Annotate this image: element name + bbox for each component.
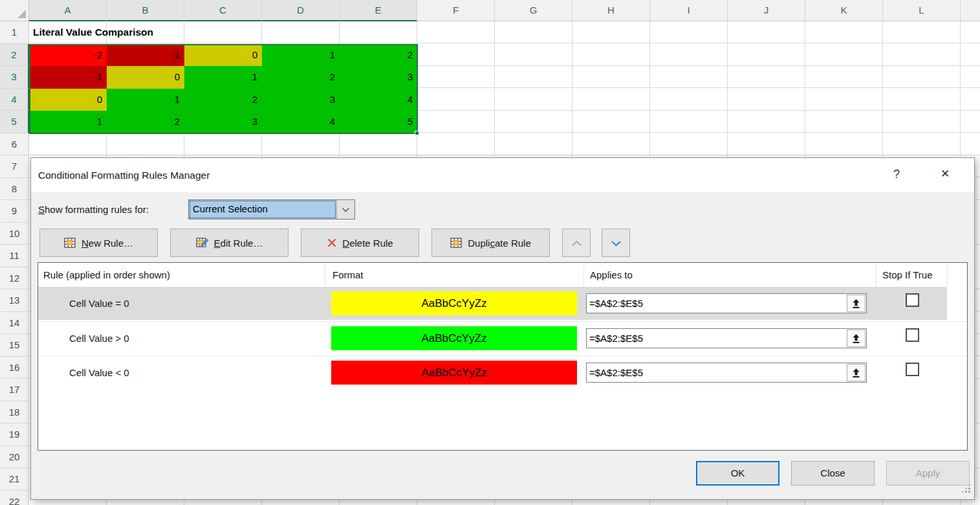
dialog-titlebar[interactable]: Conditional Formatting Rules Manager ? ✕ bbox=[31, 158, 974, 192]
show-rules-selected-value[interactable]: Current Selection bbox=[189, 200, 336, 219]
cell-D5[interactable]: 4 bbox=[262, 111, 340, 133]
stop-if-true-checkbox[interactable] bbox=[906, 293, 919, 307]
row-header-3[interactable]: 3 bbox=[0, 66, 29, 89]
chevron-up-icon bbox=[571, 238, 582, 249]
row-header-2[interactable]: 2 bbox=[0, 44, 29, 67]
edit-rule-label: Edit Rule… bbox=[214, 238, 263, 249]
header-applies-to: Applies to bbox=[590, 263, 633, 287]
row-header-10[interactable]: 10 bbox=[0, 223, 29, 245]
cell-A4[interactable]: 0 bbox=[29, 89, 107, 111]
cell-E4[interactable]: 4 bbox=[340, 89, 417, 111]
column-header-H[interactable]: H bbox=[572, 0, 650, 21]
applies-to-value: =$A$2:$E$5 bbox=[589, 294, 643, 313]
cell-A5[interactable]: 1 bbox=[29, 111, 107, 133]
cell-D2[interactable]: 1 bbox=[262, 44, 340, 67]
delete-rule-button[interactable]: Delete Rule bbox=[301, 229, 419, 257]
resize-grip[interactable] bbox=[962, 484, 971, 496]
column-header-K[interactable]: K bbox=[805, 0, 883, 21]
column-header-L[interactable]: L bbox=[883, 0, 961, 21]
collapse-dialog-button[interactable] bbox=[847, 295, 866, 312]
applies-to-value: =$A$2:$E$5 bbox=[589, 363, 643, 382]
cell-A2[interactable]: -2 bbox=[29, 44, 107, 67]
cell-E2[interactable]: 2 bbox=[340, 44, 417, 67]
cell-D4[interactable]: 3 bbox=[262, 89, 340, 111]
column-header-D[interactable]: D bbox=[262, 0, 340, 21]
move-rule-up-button[interactable] bbox=[562, 229, 591, 257]
cell-C4[interactable]: 2 bbox=[184, 89, 262, 111]
edit-rule-button[interactable]: Edit Rule… bbox=[170, 229, 289, 257]
applies-to-field[interactable]: =$A$2:$E$5 bbox=[586, 293, 867, 313]
stop-if-true-checkbox[interactable] bbox=[906, 328, 919, 342]
column-header-C[interactable]: C bbox=[184, 0, 262, 21]
cell-C2[interactable]: 0 bbox=[184, 44, 262, 67]
cell-B3[interactable]: 0 bbox=[107, 66, 184, 89]
stop-if-true-checkbox[interactable] bbox=[906, 363, 919, 376]
row-header-20[interactable]: 20 bbox=[0, 446, 29, 469]
cell-A1-title[interactable]: Literal Value Comparison bbox=[29, 21, 340, 44]
applies-to-field[interactable]: =$A$2:$E$5 bbox=[586, 363, 867, 383]
row-header-19[interactable]: 19 bbox=[0, 423, 29, 446]
edit-rule-pencil-icon bbox=[196, 237, 209, 249]
cell-B4[interactable]: 1 bbox=[107, 89, 184, 111]
column-header-F[interactable]: F bbox=[417, 0, 495, 21]
show-rules-label: Show formatting rules for: bbox=[38, 204, 149, 215]
row-header-6[interactable]: 6 bbox=[0, 133, 29, 156]
column-header-J[interactable]: J bbox=[728, 0, 805, 21]
row-header-15[interactable]: 15 bbox=[0, 334, 29, 357]
row-header-8[interactable]: 8 bbox=[0, 178, 29, 201]
help-button[interactable]: ? bbox=[887, 158, 906, 190]
new-rule-table-icon bbox=[64, 237, 76, 249]
cell-C3[interactable]: 1 bbox=[184, 66, 262, 89]
row-header-22[interactable]: 22 bbox=[0, 491, 29, 505]
delete-rule-label: Delete Rule bbox=[342, 238, 393, 249]
row-header-5[interactable]: 5 bbox=[0, 111, 29, 133]
ok-button[interactable]: OK bbox=[696, 461, 779, 486]
column-header-G[interactable]: G bbox=[495, 0, 572, 21]
new-rule-button[interactable]: New Rule… bbox=[39, 229, 158, 257]
row-header-18[interactable]: 18 bbox=[0, 401, 29, 424]
row-header-13[interactable]: 13 bbox=[0, 289, 29, 312]
row-header-21[interactable]: 21 bbox=[0, 468, 29, 491]
column-header-E[interactable]: E bbox=[340, 0, 417, 21]
cell-B2[interactable]: -1 bbox=[107, 44, 184, 67]
collapse-dialog-button[interactable] bbox=[847, 364, 866, 381]
column-headers: A B C D E F G H I J K L bbox=[29, 0, 980, 21]
row-header-11[interactable]: 11 bbox=[0, 245, 29, 267]
cell-E3[interactable]: 3 bbox=[340, 66, 417, 89]
row-header-7[interactable]: 7 bbox=[0, 155, 29, 178]
header-format: Format bbox=[332, 263, 364, 287]
cell-A3[interactable]: -1 bbox=[29, 66, 107, 89]
row-header-12[interactable]: 12 bbox=[0, 267, 29, 290]
apply-button[interactable]: Apply bbox=[886, 461, 970, 486]
cell-E5[interactable]: 5 bbox=[340, 111, 417, 133]
column-header-A[interactable]: A bbox=[29, 0, 107, 21]
collapse-dialog-button[interactable] bbox=[847, 330, 866, 347]
move-rule-down-button[interactable] bbox=[602, 229, 630, 257]
row-header-1[interactable]: 1 bbox=[0, 21, 29, 44]
duplicate-rule-button[interactable]: Duplicate Rule bbox=[431, 229, 550, 257]
applies-to-field[interactable]: =$A$2:$E$5 bbox=[586, 328, 867, 348]
rule-name: Cell Value = 0 bbox=[69, 287, 129, 320]
column-header-sliver bbox=[961, 0, 980, 21]
rule-row-cell-value-lt-0[interactable]: Cell Value < 0 AaBbCcYyZz =$A$2:$E$5 bbox=[38, 355, 967, 388]
row-header-17[interactable]: 17 bbox=[0, 379, 29, 401]
row-header-16[interactable]: 16 bbox=[0, 357, 29, 379]
chevron-down-icon[interactable] bbox=[336, 200, 354, 219]
close-icon[interactable]: ✕ bbox=[934, 158, 956, 190]
column-header-I[interactable]: I bbox=[650, 0, 728, 21]
cell-B5[interactable]: 2 bbox=[107, 111, 184, 133]
conditional-formatting-rules-manager-dialog: Conditional Formatting Rules Manager ? ✕… bbox=[30, 157, 975, 500]
show-rules-dropdown[interactable]: Current Selection bbox=[188, 199, 355, 219]
format-preview: AaBbCcYyZz bbox=[331, 361, 577, 385]
column-header-B[interactable]: B bbox=[107, 0, 184, 21]
rule-row-cell-value-eq-0[interactable]: Cell Value = 0 AaBbCcYyZz =$A$2:$E$5 bbox=[38, 287, 967, 320]
cell-D3[interactable]: 2 bbox=[262, 66, 340, 89]
row-header-14[interactable]: 14 bbox=[0, 312, 29, 335]
rule-row-cell-value-gt-0[interactable]: Cell Value > 0 AaBbCcYyZz =$A$2:$E$5 bbox=[38, 321, 967, 354]
cell-C5[interactable]: 3 bbox=[184, 111, 262, 133]
close-button[interactable]: Close bbox=[791, 461, 875, 486]
row-header-9[interactable]: 9 bbox=[0, 200, 29, 223]
select-all-button[interactable] bbox=[0, 0, 29, 21]
row-header-4[interactable]: 4 bbox=[0, 89, 29, 111]
duplicate-rule-label: Duplicate Rule bbox=[468, 238, 531, 249]
